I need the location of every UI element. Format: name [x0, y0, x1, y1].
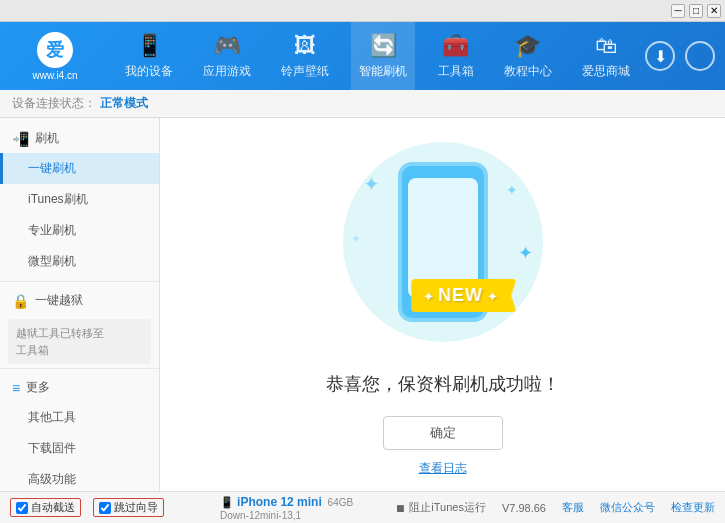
sidebar-sep-2 — [0, 368, 159, 369]
nav-items: 📱 我的设备 🎮 应用游戏 🖼 铃声壁纸 🔄 智能刷机 🧰 工具箱 🎓 教程中心… — [110, 22, 645, 90]
confirm-button[interactable]: 确定 — [383, 416, 503, 450]
nav-tutorial-label: 教程中心 — [504, 63, 552, 80]
status-label: 设备连接状态： — [12, 95, 96, 112]
auto-send-label: 自动截送 — [31, 500, 75, 515]
bottom-right: ⏹ 阻止iTunes运行 V7.98.66 客服 微信公众号 检查更新 — [395, 500, 715, 515]
skip-wizard-input[interactable] — [99, 502, 111, 514]
device-info: 📱 iPhone 12 mini 64GB Down-12mini-13,1 — [210, 495, 395, 521]
header: 爱 www.i4.cn 📱 我的设备 🎮 应用游戏 🖼 铃声壁纸 🔄 智能刷机 … — [0, 22, 725, 90]
sidebar-item-micro-flash[interactable]: 微型刷机 — [0, 246, 159, 277]
nav-toolbox[interactable]: 🧰 工具箱 — [430, 22, 482, 90]
view-log-link[interactable]: 查看日志 — [419, 460, 467, 477]
skip-wizard-checkbox[interactable]: 跳过向导 — [93, 498, 164, 517]
sidebar-section-flash-label: 刷机 — [35, 130, 59, 147]
sidebar-jailbreak-note: 越狱工具已转移至工具箱 — [8, 319, 151, 364]
my-device-icon: 📱 — [136, 33, 163, 59]
sidebar-section-jailbreak: 🔒 一键越狱 越狱工具已转移至工具箱 — [0, 286, 159, 364]
flash-section-icon: 📲 — [12, 131, 29, 147]
nav-smart-flash-label: 智能刷机 — [359, 63, 407, 80]
sidebar: 📲 刷机 一键刷机 iTunes刷机 专业刷机 微型刷机 🔒 一键越狱 越狱工 — [0, 118, 160, 491]
sidebar-item-download-fw[interactable]: 下载固件 — [0, 433, 159, 464]
sidebar-item-other-tools[interactable]: 其他工具 — [0, 402, 159, 433]
nav-my-device-label: 我的设备 — [125, 63, 173, 80]
title-bar: ─ □ ✕ — [0, 0, 725, 22]
sidebar-section-more: ≡ 更多 其他工具 下载固件 高级功能 — [0, 373, 159, 491]
skip-wizard-label: 跳过向导 — [114, 500, 158, 515]
content-area: ✦ ✦ ✦ ✦ NEW 恭喜您，保资料刷机成功啦！ 确定 查看日志 — [160, 118, 725, 491]
nav-tutorial[interactable]: 🎓 教程中心 — [496, 22, 560, 90]
sidebar-section-flash: 📲 刷机 一键刷机 iTunes刷机 专业刷机 微型刷机 — [0, 124, 159, 277]
auto-send-checkbox[interactable]: 自动截送 — [10, 498, 81, 517]
store-icon: 🛍 — [595, 33, 617, 59]
nav-smart-flash[interactable]: 🔄 智能刷机 — [351, 22, 415, 90]
nav-my-device[interactable]: 📱 我的设备 — [117, 22, 181, 90]
device-storage: 64GB — [325, 497, 353, 508]
more-section-icon: ≡ — [12, 380, 20, 396]
wallpaper-icon: 🖼 — [294, 33, 316, 59]
nav-toolbox-label: 工具箱 — [438, 63, 474, 80]
device-model: Down-12mini-13,1 — [220, 510, 301, 521]
sidebar-sep-1 — [0, 281, 159, 282]
close-btn[interactable]: ✕ — [707, 4, 721, 18]
version-text: V7.98.66 — [502, 502, 546, 514]
maximize-btn[interactable]: □ — [689, 4, 703, 18]
success-title: 恭喜您，保资料刷机成功啦！ — [326, 372, 560, 396]
status-value: 正常模式 — [100, 95, 148, 112]
bottom-left: 自动截送 跳过向导 — [10, 498, 210, 517]
sidebar-item-itunes-flash[interactable]: iTunes刷机 — [0, 184, 159, 215]
logo-icon: 爱 — [37, 32, 73, 68]
stop-icon: ⏹ — [395, 502, 406, 514]
nav-apps-games-label: 应用游戏 — [203, 63, 251, 80]
smart-flash-icon: 🔄 — [370, 33, 397, 59]
bottom-bar: 自动截送 跳过向导 📱 iPhone 12 mini 64GB Down-12m… — [0, 491, 725, 523]
nav-apps-games[interactable]: 🎮 应用游戏 — [195, 22, 259, 90]
minimize-btn[interactable]: ─ — [671, 4, 685, 18]
sidebar-item-one-key-flash[interactable]: 一键刷机 — [0, 153, 159, 184]
nav-wallpaper[interactable]: 🖼 铃声壁纸 — [273, 22, 337, 90]
sidebar-section-jailbreak-label: 一键越狱 — [35, 292, 83, 309]
sidebar-section-more-label: 更多 — [26, 379, 50, 396]
status-bar: 设备连接状态： 正常模式 — [0, 90, 725, 118]
sparkle-4: ✦ — [518, 242, 533, 264]
device-name: iPhone 12 mini — [237, 495, 322, 509]
stop-itunes-btn[interactable]: ⏹ 阻止iTunes运行 — [395, 500, 486, 515]
sparkle-3: ✦ — [351, 232, 361, 246]
logo-area[interactable]: 爱 www.i4.cn — [0, 22, 110, 90]
check-update-link[interactable]: 检查更新 — [671, 500, 715, 515]
nav-right: ⬇ 👤 — [645, 41, 725, 71]
sparkle-2: ✦ — [506, 182, 518, 198]
sidebar-section-more-header[interactable]: ≡ 更多 — [0, 373, 159, 402]
sidebar-section-jailbreak-header[interactable]: 🔒 一键越狱 — [0, 286, 159, 315]
nav-wallpaper-label: 铃声壁纸 — [281, 63, 329, 80]
success-illustration: ✦ ✦ ✦ ✦ NEW — [333, 132, 553, 352]
auto-send-input[interactable] — [16, 502, 28, 514]
device-icon: 📱 — [220, 496, 237, 508]
sidebar-item-advanced[interactable]: 高级功能 — [0, 464, 159, 491]
sidebar-section-flash-header[interactable]: 📲 刷机 — [0, 124, 159, 153]
sidebar-item-pro-flash[interactable]: 专业刷机 — [0, 215, 159, 246]
apps-games-icon: 🎮 — [214, 33, 241, 59]
nav-store-label: 爱思商城 — [582, 63, 630, 80]
jailbreak-section-icon: 🔒 — [12, 293, 29, 309]
customer-service-link[interactable]: 客服 — [562, 500, 584, 515]
nav-store[interactable]: 🛍 爱思商城 — [574, 22, 638, 90]
sparkle-1: ✦ — [363, 172, 380, 196]
main-layout: 📲 刷机 一键刷机 iTunes刷机 专业刷机 微型刷机 🔒 一键越狱 越狱工 — [0, 118, 725, 491]
new-badge: NEW — [411, 279, 517, 312]
logo-url: www.i4.cn — [32, 70, 77, 81]
tutorial-icon: 🎓 — [514, 33, 541, 59]
user-btn[interactable]: 👤 — [685, 41, 715, 71]
download-btn[interactable]: ⬇ — [645, 41, 675, 71]
wechat-public-link[interactable]: 微信公众号 — [600, 500, 655, 515]
toolbox-icon: 🧰 — [442, 33, 469, 59]
